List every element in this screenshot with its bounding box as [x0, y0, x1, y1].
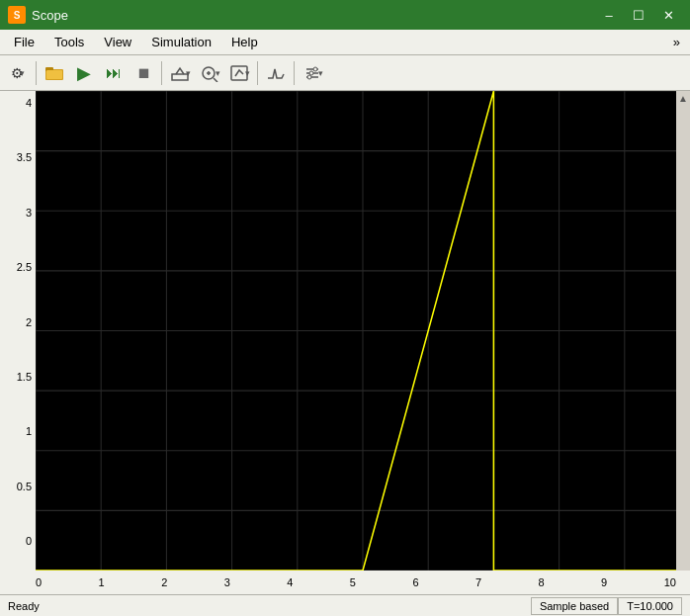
y-label-1-5: 1.5	[4, 371, 32, 383]
menu-tools[interactable]: Tools	[44, 33, 94, 51]
window-controls: – ☐ ✕	[595, 4, 682, 26]
minimize-button[interactable]: –	[595, 4, 623, 26]
y-label-1: 1	[4, 425, 32, 437]
y-label-3-5: 3.5	[4, 151, 32, 163]
toolbar-sep-2	[161, 61, 162, 85]
x-label-9: 9	[601, 576, 607, 588]
x-label-10: 10	[664, 576, 676, 588]
x-label-0: 0	[36, 576, 42, 588]
plot-with-yaxis: 4 3.5 3 2.5 2 1.5 1 0.5 0	[0, 91, 690, 571]
y-axis: 4 3.5 3 2.5 2 1.5 1 0.5 0	[0, 91, 36, 571]
close-button[interactable]: ✕	[654, 4, 682, 26]
y-label-3: 3	[4, 207, 32, 219]
signal-select-button[interactable]	[262, 59, 290, 87]
app-icon: S	[8, 6, 26, 24]
plot-container: 4 3.5 3 2.5 2 1.5 1 0.5 0	[0, 91, 690, 594]
title-bar: S Scope – ☐ ✕	[0, 0, 690, 30]
y-label-0-5: 0.5	[4, 481, 32, 492]
x-label-2: 2	[161, 576, 167, 588]
x-label-3: 3	[224, 576, 230, 588]
status-bar: Ready Sample based T=10.000	[0, 594, 690, 616]
stop-button[interactable]: ⏹	[129, 59, 157, 87]
sample-based-label: Sample based	[531, 597, 618, 615]
x-label-7: 7	[475, 576, 481, 588]
plot-area[interactable]: ▲	[36, 91, 690, 571]
settings-button[interactable]: ⚙▾	[4, 59, 32, 87]
step-button[interactable]: ⏭	[100, 59, 128, 87]
y-label-4: 4	[4, 97, 32, 109]
zoom-fit-button[interactable]: ▾	[225, 59, 253, 87]
menu-bar: File Tools View Simulation Help »	[0, 30, 690, 55]
status-ready: Ready	[8, 600, 531, 612]
zoom-in-button[interactable]: ▾	[196, 59, 223, 87]
x-axis: 0 1 2 3 4 5 6 7 8 9 10	[0, 571, 690, 594]
time-label: T=10.000	[618, 597, 682, 615]
y-label-0: 0	[4, 535, 32, 547]
y-label-2-5: 2.5	[4, 261, 32, 273]
params-button[interactable]: ▾	[299, 59, 326, 87]
svg-rect-2	[46, 70, 62, 79]
scroll-bar[interactable]: ▲	[676, 91, 690, 571]
run-button[interactable]: ▶	[70, 59, 98, 87]
svg-point-13	[313, 67, 317, 71]
svg-point-14	[307, 75, 311, 79]
menu-help[interactable]: Help	[221, 33, 268, 51]
window-title: Scope	[32, 8, 595, 23]
x-label-5: 5	[350, 576, 356, 588]
x-label-6: 6	[412, 576, 418, 588]
toolbar-sep-1	[36, 61, 37, 85]
toolbar-sep-4	[294, 61, 295, 85]
menu-file[interactable]: File	[4, 33, 44, 51]
x-label-4: 4	[287, 576, 293, 588]
menu-view[interactable]: View	[94, 33, 141, 51]
svg-point-12	[309, 71, 313, 75]
toolbar: ⚙▾ ▶ ⏭ ⏹ ▾ ▾ ▾ ▾	[0, 55, 690, 91]
plot-svg	[36, 91, 690, 571]
autoscale-button[interactable]: ▾	[166, 59, 194, 87]
y-label-2: 2	[4, 316, 32, 328]
status-right: Sample based T=10.000	[531, 597, 682, 615]
maximize-button[interactable]: ☐	[625, 4, 652, 26]
x-axis-labels: 0 1 2 3 4 5 6 7 8 9 10	[36, 576, 676, 588]
x-label-8: 8	[539, 576, 545, 588]
svg-line-7	[214, 78, 217, 82]
x-label-1: 1	[99, 576, 105, 588]
menu-simulation[interactable]: Simulation	[141, 33, 221, 51]
open-sim-button[interactable]	[41, 59, 68, 87]
menu-expander[interactable]: »	[667, 33, 686, 51]
toolbar-sep-3	[257, 61, 258, 85]
